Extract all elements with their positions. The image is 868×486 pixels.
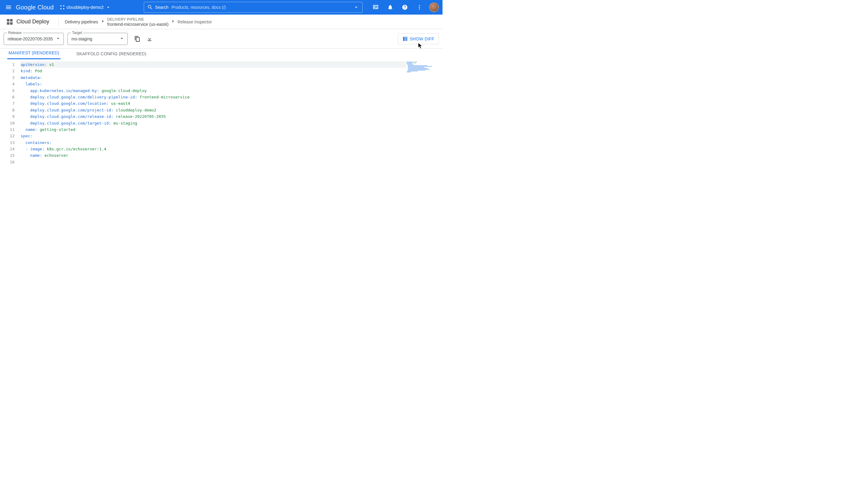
account-avatar[interactable] — [429, 2, 439, 12]
code-line: - image: k8s.gcr.io/echoserver:1.4 — [21, 146, 406, 152]
line-number-gutter: 12345678910111213141516 — [0, 60, 17, 248]
search-label: Search — [155, 5, 168, 10]
line-number: 6 — [0, 94, 14, 100]
target-select-label: Target — [71, 31, 83, 35]
line-number: 8 — [0, 107, 14, 113]
chevron-right-icon — [100, 19, 105, 25]
svg-point-5 — [419, 7, 420, 8]
code-line: containers: — [21, 139, 406, 146]
line-number: 2 — [0, 68, 14, 74]
chevron-down-icon — [353, 4, 359, 10]
tab-skaffold[interactable]: SKAFFOLD CONFIG (RENDERED) — [75, 51, 148, 59]
svg-point-4 — [419, 5, 420, 6]
cloud-shell-icon[interactable] — [368, 0, 383, 14]
show-diff-label: SHOW DIFF — [410, 36, 434, 41]
copy-button[interactable] — [131, 33, 144, 45]
google-cloud-logo[interactable]: Google Cloud — [16, 4, 54, 11]
search-placeholder: Products, resources, docs (/) — [172, 5, 353, 10]
app-bar: Google Cloud clouddeploy-demo2 Search Pr… — [0, 0, 442, 14]
line-number: 13 — [0, 139, 14, 146]
show-diff-button[interactable]: SHOW DIFF — [398, 33, 439, 44]
actions-bar: Release release-20220705-2035 Target ms-… — [0, 29, 442, 48]
svg-point-6 — [419, 8, 420, 9]
line-number: 7 — [0, 100, 14, 107]
columns-icon — [402, 36, 408, 42]
code-line: app.kubernetes.io/managed-by: google-clo… — [21, 88, 406, 94]
line-number: 5 — [0, 88, 14, 94]
target-select[interactable]: Target ms-staging — [67, 33, 128, 45]
line-number: 4 — [0, 81, 14, 87]
line-number: 12 — [0, 133, 14, 139]
release-select[interactable]: Release release-20220705-2035 — [4, 33, 64, 45]
more-vert-icon[interactable] — [412, 0, 427, 14]
release-select-value: release-20220705-2035 — [8, 36, 53, 41]
svg-point-3 — [63, 8, 64, 9]
breadcrumb-bar: Cloud Deploy Delivery pipelines DELIVERY… — [0, 14, 442, 29]
line-number: 16 — [0, 159, 14, 165]
chevron-down-icon — [105, 5, 111, 10]
project-icon — [60, 5, 65, 10]
release-select-label: Release — [7, 31, 23, 35]
code-line: metadata: — [21, 74, 406, 81]
product-name: Cloud Deploy — [17, 19, 49, 25]
breadcrumb-pipelines[interactable]: Delivery pipelines — [65, 20, 98, 24]
breadcrumb-pipeline-detail[interactable]: DELIVERY PIPELINE frontend-microservice … — [107, 17, 169, 27]
line-number: 3 — [0, 74, 14, 81]
download-button[interactable] — [144, 33, 156, 45]
hamburger-menu-icon[interactable] — [1, 0, 16, 14]
line-number: 15 — [0, 152, 14, 159]
code-viewer: 12345678910111213141516 apiVersion: v1ki… — [0, 60, 442, 248]
code-line: deploy.cloud.google.com/release-id: rele… — [21, 113, 406, 120]
chevron-down-icon — [119, 35, 125, 42]
code-line: spec: — [21, 133, 406, 139]
breadcrumb-current: Release Inspector — [178, 20, 212, 24]
line-number: 10 — [0, 120, 14, 126]
breadcrumb-overline: DELIVERY PIPELINE — [107, 17, 169, 22]
svg-point-0 — [60, 5, 61, 6]
code-line: name: getting-started — [21, 126, 406, 133]
code-line: apiVersion: v1 — [21, 61, 406, 68]
notifications-icon[interactable] — [383, 0, 398, 14]
code-line: labels: — [21, 81, 406, 87]
logo-text: Google Cloud — [16, 4, 54, 11]
divider — [58, 18, 59, 26]
code-content[interactable]: apiVersion: v1kind: Podmetadata: labels:… — [17, 60, 406, 248]
tabs: MANIFEST (RENDERED) SKAFFOLD CONFIG (REN… — [0, 48, 442, 60]
code-line: deploy.cloud.google.com/project-id: clou… — [21, 107, 406, 113]
chevron-right-icon — [170, 19, 176, 25]
code-line: kind: Pod — [21, 68, 406, 74]
breadcrumb-underline: frontend-microservice (us-east4) — [107, 22, 169, 27]
project-name: clouddeploy-demo2 — [67, 5, 104, 10]
svg-point-1 — [63, 5, 64, 6]
code-line — [21, 159, 406, 165]
code-line: deploy.cloud.google.com/location: us-eas… — [21, 100, 406, 107]
target-select-value: ms-staging — [71, 36, 92, 41]
chevron-down-icon — [55, 35, 61, 42]
project-picker[interactable]: clouddeploy-demo2 — [57, 3, 113, 11]
code-line: deploy.cloud.google.com/target-id: ms-st… — [21, 120, 406, 126]
line-number: 9 — [0, 113, 14, 120]
cloud-deploy-icon — [4, 16, 16, 28]
line-number: 14 — [0, 146, 14, 152]
global-search[interactable]: Search Products, resources, docs (/) — [144, 2, 363, 13]
tab-manifest[interactable]: MANIFEST (RENDERED) — [7, 51, 60, 59]
minimap[interactable] — [406, 60, 442, 248]
line-number: 11 — [0, 126, 14, 133]
line-number: 1 — [0, 61, 14, 68]
search-icon — [147, 4, 153, 10]
svg-point-2 — [60, 8, 61, 9]
code-line: name: echoserver — [21, 152, 406, 159]
code-line: deploy.cloud.google.com/delivery-pipelin… — [21, 94, 406, 100]
help-icon[interactable] — [398, 0, 412, 14]
